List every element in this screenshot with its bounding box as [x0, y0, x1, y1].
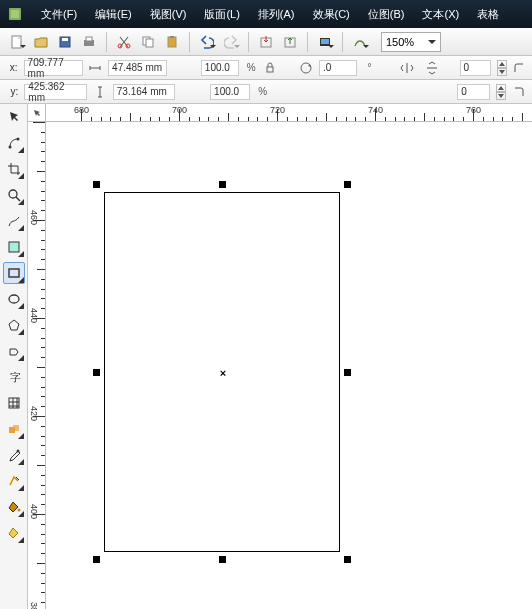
open-button[interactable]	[30, 31, 52, 53]
lock-ratio-button[interactable]	[264, 60, 277, 76]
vruler-tick: 420	[29, 406, 39, 421]
vruler-tick: 400	[29, 504, 39, 519]
welcome-button[interactable]	[349, 31, 371, 53]
svg-point-21	[9, 190, 17, 198]
property-bar-row1: x: 709.777 mm 47.485 mm 100.0 % .0 ° 0	[0, 56, 532, 80]
y-position-input[interactable]: 425.362 mm	[24, 84, 86, 100]
height-icon	[93, 84, 107, 100]
spinner-a-buttons[interactable]	[497, 60, 507, 76]
vruler-tick: 380	[29, 602, 39, 609]
polygon-tool[interactable]	[3, 314, 25, 336]
svg-rect-4	[62, 38, 68, 41]
x-label: x:	[6, 62, 18, 73]
copy-button[interactable]	[137, 31, 159, 53]
x-position-input[interactable]: 709.777 mm	[24, 60, 83, 76]
menu-bar: 文件(F) 编辑(E) 视图(V) 版面(L) 排列(A) 效果(C) 位图(B…	[0, 0, 532, 28]
percent-b: %	[256, 84, 270, 100]
pick-tool[interactable]	[3, 106, 25, 128]
freehand-tool[interactable]	[3, 210, 25, 232]
paste-button[interactable]	[161, 31, 183, 53]
standard-toolbar: 150%	[0, 28, 532, 56]
degree-label: °	[363, 60, 376, 76]
redo-button[interactable]	[220, 31, 242, 53]
spinner-b-buttons[interactable]	[496, 84, 506, 100]
svg-rect-16	[321, 39, 329, 44]
mirror-v-button[interactable]	[422, 57, 441, 79]
rectangle-tool[interactable]	[3, 262, 25, 284]
menu-effects[interactable]: 效果(C)	[304, 0, 359, 28]
handle-w[interactable]	[93, 369, 100, 376]
menu-layout[interactable]: 版面(L)	[195, 0, 248, 28]
canvas-wrap: 680 700 720 740 760 460 440 420 400 380	[28, 104, 532, 609]
text-tool[interactable]: 字	[3, 366, 25, 388]
scale-y-input[interactable]: 100.0	[210, 84, 250, 100]
toolbox: 字	[0, 104, 28, 609]
handle-s[interactable]	[219, 556, 226, 563]
menu-edit[interactable]: 编辑(E)	[86, 0, 141, 28]
ruler-origin[interactable]	[28, 104, 46, 122]
svg-rect-23	[9, 269, 19, 277]
handle-ne[interactable]	[344, 181, 351, 188]
svg-rect-10	[146, 39, 153, 47]
zoom-tool[interactable]	[3, 184, 25, 206]
ellipse-tool[interactable]	[3, 288, 25, 310]
separator	[307, 32, 308, 52]
menu-view[interactable]: 视图(V)	[141, 0, 196, 28]
spinner-b-input[interactable]: 0	[457, 84, 490, 100]
scale-x-input[interactable]: 100.0	[201, 60, 239, 76]
interactive-fill-tool[interactable]	[3, 522, 25, 544]
svg-point-19	[8, 146, 11, 149]
crop-tool[interactable]	[3, 158, 25, 180]
basic-shapes-tool[interactable]	[3, 340, 25, 362]
vruler-tick: 440	[29, 308, 39, 323]
separator	[106, 32, 107, 52]
handle-sw[interactable]	[93, 556, 100, 563]
menu-text[interactable]: 文本(X)	[413, 0, 468, 28]
launch-button[interactable]	[314, 31, 336, 53]
menu-file[interactable]: 文件(F)	[32, 0, 86, 28]
vruler-tick: 460	[29, 210, 39, 225]
height-input[interactable]: 73.164 mm	[113, 84, 175, 100]
menu-table[interactable]: 表格	[468, 0, 508, 28]
spinner-a-input[interactable]: 0	[460, 60, 491, 76]
selected-rectangle[interactable]: ×	[104, 192, 340, 552]
save-button[interactable]	[54, 31, 76, 53]
handle-se[interactable]	[344, 556, 351, 563]
property-bar-row2: y: 425.362 mm 73.164 mm 100.0 % 0	[0, 80, 532, 104]
smart-fill-tool[interactable]	[3, 236, 25, 258]
handle-n[interactable]	[219, 181, 226, 188]
handle-nw[interactable]	[93, 181, 100, 188]
rotation-input[interactable]: .0	[319, 60, 357, 76]
app-icon	[6, 5, 24, 23]
outline-tool[interactable]	[3, 470, 25, 492]
table-tool[interactable]	[3, 392, 25, 414]
canvas[interactable]: ×	[46, 122, 532, 609]
separator	[189, 32, 190, 52]
zoom-level-select[interactable]: 150%	[381, 32, 441, 52]
vertical-ruler[interactable]: 460 440 420 400 380	[28, 122, 46, 609]
export-button[interactable]	[279, 31, 301, 53]
svg-text:字: 字	[10, 371, 21, 383]
undo-button[interactable]	[196, 31, 218, 53]
new-button[interactable]	[6, 31, 28, 53]
svg-rect-6	[86, 37, 92, 41]
menu-bitmap[interactable]: 位图(B)	[359, 0, 414, 28]
horizontal-ruler[interactable]: 680 700 720 740 760	[46, 104, 532, 122]
shape-tool[interactable]	[3, 132, 25, 154]
width-icon	[89, 60, 102, 76]
width-input[interactable]: 47.485 mm	[108, 60, 167, 76]
center-marker[interactable]: ×	[220, 367, 226, 379]
menu-arrange[interactable]: 排列(A)	[249, 0, 304, 28]
svg-rect-11	[168, 37, 176, 47]
dimension-tool[interactable]	[3, 418, 25, 440]
eyedropper-tool[interactable]	[3, 444, 25, 466]
handle-e[interactable]	[344, 369, 351, 376]
print-button[interactable]	[78, 31, 100, 53]
cut-button[interactable]	[113, 31, 135, 53]
corner-b-icon	[512, 84, 526, 100]
mirror-h-button[interactable]	[398, 57, 417, 79]
import-button[interactable]	[255, 31, 277, 53]
separator	[342, 32, 343, 52]
fill-tool[interactable]	[3, 496, 25, 518]
separator	[248, 32, 249, 52]
